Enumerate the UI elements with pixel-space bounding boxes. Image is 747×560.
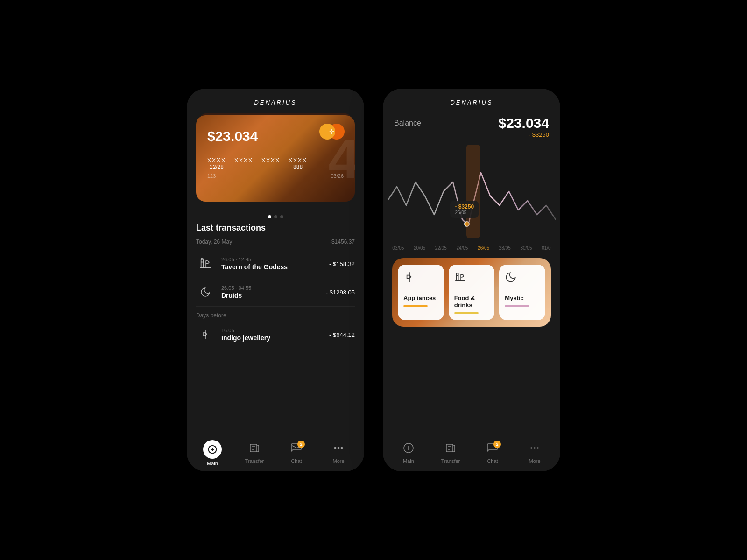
tx-tavern-date: 26.05 · 12:45 [221,257,323,262]
dot-2 [274,215,277,218]
tx-tavern-icon [196,254,215,273]
chart-tooltip: - $3250 26/05 [450,201,479,218]
svg-point-17 [534,447,536,449]
svg-point-16 [530,447,532,449]
tx-druids-info: 26.05 · 04:55 Druids [221,285,319,299]
logo-right: denarius [383,89,560,111]
nav-transfer-left[interactable]: Transfer [233,442,275,464]
circle-orange: ✛ [319,124,335,140]
date-3: 22/05 [435,245,447,251]
date-4: 24/05 [456,245,468,251]
balance-section: Balance $23.034 - $3250 [383,111,560,138]
card-num-3: XXXX [261,157,280,170]
nav-transfer-left-label: Transfer [245,458,264,464]
logo-left: denarius [187,89,364,111]
category-food[interactable]: Food & drinks [449,265,495,320]
chart-highlight-bg [466,145,480,238]
today-total: -$1456.37 [330,238,355,245]
date-1: 03/05 [392,245,404,251]
balance-label: Balance [394,119,421,127]
screens-container: denarius 4 ✛ $23.034 XXXX [187,89,560,471]
balance-right: $23.034 - $3250 [499,115,549,138]
chart-dates: 03/05 20/05 22/05 24/05 26/05 28/05 30/0… [383,245,560,251]
nav-more-right-label: More [529,458,540,464]
tx-tavern[interactable]: 26.05 · 12:45 Tavern of the Godess - $15… [196,250,355,278]
mystic-bar [505,305,529,307]
card-extras: 123 03/26 [207,173,344,179]
svg-point-7 [338,447,339,448]
date-6: 28/05 [499,245,511,251]
tx-indigo-date: 16.05 [221,328,323,333]
chat-icon-left: 2 [291,442,302,456]
tx-indigo-name: Indigo jewellery [221,334,323,342]
bottom-nav-right: Main Transfer 2 [383,434,560,471]
tx-tavern-amount: - $158.32 [329,260,355,267]
mystic-name: Mystic [505,294,540,301]
tx-indigo-icon [196,325,215,344]
balance-amount: $23.034 [499,115,549,131]
nav-main-left-label: Main [207,461,218,466]
nav-main-right[interactable]: Main [388,442,430,464]
chart-container: - $3250 26/05 [383,145,560,238]
balance-change: - $3250 [499,131,549,138]
chat-badge-right: 2 [493,441,501,448]
nav-main-right-label: Main [403,458,414,464]
today-label: Today, 26 May [196,238,232,245]
transfer-icon-left [249,442,260,456]
days-before-label: Days before [196,307,355,321]
appliances-name: Appliances [403,294,438,301]
more-icon-right [529,442,540,456]
nav-transfer-right[interactable]: Transfer [430,442,472,464]
today-date-row: Today, 26 May -$1456.37 [196,238,355,245]
date-8: 01/0 [542,245,550,251]
appliances-bar [403,305,428,307]
last-transactions-section: Last transactions Today, 26 May -$1456.3… [187,223,364,349]
tx-tavern-info: 26.05 · 12:45 Tavern of the Godess [221,257,323,271]
card-wrapper: 4 ✛ $23.034 XXXX 12/28 [196,115,355,202]
card-numbers: XXXX 12/28 XXXX XXXX XXXX [207,157,344,170]
date-5: 26/05 [478,245,489,251]
card-num-1: XXXX 12/28 [207,157,226,170]
tx-indigo[interactable]: 16.05 Indigo jewellery - $644.12 [196,321,355,349]
category-appliances[interactable]: Appliances [398,265,444,320]
svg-point-6 [335,447,336,448]
credit-card[interactable]: 4 ✛ $23.034 XXXX 12/28 [196,115,355,202]
dot-1 [268,215,271,218]
tx-druids-name: Druids [221,292,319,299]
nav-transfer-right-label: Transfer [441,458,460,464]
date-2: 20/05 [414,245,425,251]
category-mystic[interactable]: Mystic [499,265,545,320]
tx-druids-icon [196,283,215,301]
date-7: 30/05 [520,245,532,251]
food-bar [454,312,479,314]
nav-chat-left[interactable]: 2 Chat [275,442,317,464]
balance-header: Balance $23.034 - $3250 [394,115,549,138]
tx-druids-date: 26.05 · 04:55 [221,285,319,291]
more-icon-left [333,442,344,456]
nav-more-right[interactable]: More [514,442,556,464]
svg-point-8 [341,447,343,448]
svg-point-18 [537,447,539,449]
tooltip-date: 26/05 [455,210,474,215]
tx-druids-amount: - $1298.05 [326,289,355,296]
last-transactions-title: Last transactions [196,223,355,233]
tx-tavern-name: Tavern of the Godess [221,263,323,271]
categories-grid: Appliances Food & drinks [392,258,551,327]
main-icon [203,440,222,459]
nav-more-left-label: More [332,458,344,464]
nav-main-left[interactable]: Main [191,440,233,466]
card-logo: ✛ [319,124,345,140]
nav-more-left[interactable]: More [317,442,359,464]
nav-chat-right[interactable]: 2 Chat [472,442,514,464]
dot-3 [280,215,283,218]
food-name: Food & drinks [454,294,489,308]
food-icon [454,271,489,286]
tx-indigo-info: 16.05 Indigo jewellery [221,328,323,342]
tx-druids[interactable]: 26.05 · 04:55 Druids - $1298.05 [196,278,355,307]
bottom-nav-left: Main Transfer 2 [187,434,364,471]
categories-section: Appliances Food & drinks [383,258,560,327]
card-num-2: XXXX [234,157,253,170]
appliances-icon [403,271,438,286]
left-phone: denarius 4 ✛ $23.034 XXXX [187,89,364,471]
nav-chat-right-label: Chat [487,458,498,464]
